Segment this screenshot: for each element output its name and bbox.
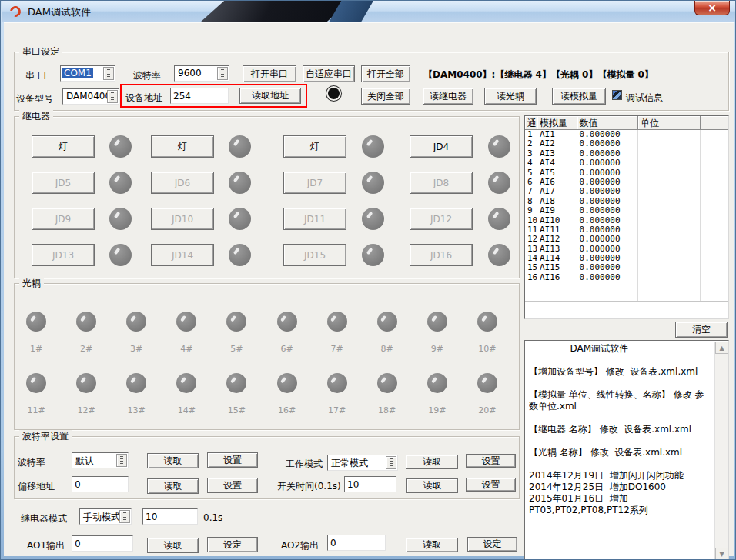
opto-label-6: 6#	[272, 344, 303, 354]
opto-led-12	[76, 373, 96, 393]
analog-cell	[701, 273, 728, 282]
analog-cell: AI6	[537, 178, 577, 187]
baud-setting-combo[interactable]: 默认	[72, 452, 129, 468]
analog-row: 13AI130.000000	[525, 245, 728, 254]
combo-dropdown-icon[interactable]	[386, 456, 396, 469]
opto-label-3: 3#	[121, 344, 152, 354]
ao2-input[interactable]	[327, 535, 386, 551]
opto-label-12: 12#	[71, 405, 102, 415]
analog-row: 12AI120.000000	[525, 235, 728, 244]
opto-led-3	[126, 312, 146, 332]
opto-label-5: 5#	[221, 344, 252, 354]
log-box[interactable]: DAM调试软件 【增加设备型号】 修改 设备表.xml.xml 【模拟量 单位、…	[524, 340, 729, 560]
clear-button[interactable]: 清空	[675, 322, 728, 338]
opto-label-14: 14#	[171, 405, 202, 415]
analog-table-body: 1AI10.0000002AI20.0000003AI30.0000004AI4…	[525, 130, 728, 302]
analog-cell: AI4	[537, 158, 577, 168]
opto-label-10: 10#	[472, 344, 503, 354]
switch-time-set-button[interactable]: 设置	[466, 478, 516, 492]
log-scrollbar[interactable]: ▲ ▼	[714, 342, 728, 560]
analog-cell: 0.000000	[577, 235, 638, 244]
analog-cell: 8	[525, 197, 537, 206]
opto-label-8: 8#	[372, 344, 403, 354]
opto-label-18: 18#	[372, 405, 403, 415]
relay-mode-combo[interactable]: 手动模式	[79, 508, 132, 525]
ao1-read-button[interactable]: 读取	[147, 538, 199, 553]
analog-table[interactable]: 通模拟量数值单位 1AI10.0000002AI20.0000003AI30.0…	[524, 115, 729, 319]
analog-cell: AI14	[537, 254, 577, 263]
baud-setting-value: 默认	[75, 455, 94, 468]
analog-cell: AI10	[537, 216, 577, 225]
analog-row: 6AI60.000000	[525, 178, 728, 187]
analog-cell: AI12	[537, 235, 577, 244]
analog-col-header[interactable]: 模拟量	[537, 116, 577, 130]
analog-cell	[525, 282, 537, 291]
analog-cell	[701, 254, 728, 263]
ao2-set-button[interactable]: 设定	[467, 537, 517, 552]
close-button[interactable]: ×	[694, 1, 730, 15]
analog-cell	[638, 245, 701, 254]
analog-row: 15AI150.000000	[525, 263, 728, 272]
ao1-set-button[interactable]: 设定	[207, 537, 258, 552]
analog-cell	[638, 178, 701, 187]
analog-cell: 7	[525, 187, 537, 196]
baud-set-button[interactable]: 设置	[207, 452, 258, 468]
opto-label-16: 16#	[272, 405, 303, 415]
close-icon: ×	[708, 2, 717, 14]
work-mode-combo[interactable]: 正常模式	[327, 455, 398, 471]
offset-set-button[interactable]: 设置	[207, 478, 258, 493]
relay-mode-value: 手动模式	[83, 511, 120, 524]
analog-cell	[701, 292, 728, 301]
opto-led-19	[427, 373, 447, 393]
analog-row: 7AI70.000000	[525, 187, 728, 196]
relay-mode-time-input[interactable]	[142, 508, 198, 525]
analog-cell: 1	[525, 130, 537, 139]
analog-col-header[interactable]	[701, 116, 728, 130]
opto-led-9	[427, 312, 447, 332]
scroll-down-icon[interactable]: ▼	[715, 548, 728, 560]
combo-dropdown-icon[interactable]	[116, 454, 127, 467]
combo-dropdown-icon[interactable]	[119, 510, 130, 523]
analog-cell	[701, 245, 728, 254]
titlebar[interactable]: DAM调试软件 ×	[2, 1, 736, 22]
analog-col-header[interactable]: 单位	[638, 116, 701, 130]
opto-label-2: 2#	[71, 344, 102, 354]
switch-time-read-button[interactable]: 读取	[406, 478, 458, 493]
opto-led-16	[277, 373, 297, 393]
analog-cell	[701, 149, 728, 158]
analog-row: 4AI40.000000	[525, 158, 728, 168]
analog-cell: AI13	[537, 245, 577, 254]
opto-label-9: 9#	[422, 344, 453, 354]
offset-address-label: 偏移地址	[18, 480, 55, 493]
analog-row: 14AI140.000000	[525, 254, 728, 263]
ao2-read-button[interactable]: 读取	[406, 538, 458, 552]
analog-row: 8AI80.000000	[525, 197, 728, 206]
offset-address-input[interactable]	[72, 476, 129, 492]
analog-cell: 0.000000	[577, 178, 638, 187]
baud-settings-title: 波特率设置	[19, 430, 72, 443]
opto-led-14	[176, 373, 196, 393]
analog-cell: AI9	[537, 206, 577, 215]
analog-cell: 0.000000	[577, 216, 638, 225]
analog-cell	[638, 292, 701, 301]
analog-cell: 0.000000	[577, 273, 638, 282]
scroll-up-icon[interactable]: ▲	[715, 342, 728, 354]
opto-label-1: 1#	[21, 344, 52, 354]
offset-read-button[interactable]: 读取	[147, 478, 199, 494]
analog-col-header[interactable]: 数值	[577, 116, 638, 130]
opto-label-4: 4#	[171, 344, 202, 354]
work-mode-set-button[interactable]: 设置	[466, 454, 516, 468]
switch-time-input[interactable]	[344, 476, 396, 492]
opto-led-13	[126, 373, 146, 393]
analog-cell	[638, 263, 701, 272]
analog-cell	[701, 187, 728, 196]
analog-cell: 0.000000	[577, 245, 638, 254]
analog-row: 9AI90.000000	[525, 206, 728, 215]
analog-cell: 0.000000	[577, 197, 638, 206]
analog-col-header[interactable]: 通	[525, 116, 537, 130]
analog-row: 3AI30.000000	[525, 149, 728, 158]
analog-cell: AI7	[537, 187, 577, 196]
baud-read-button[interactable]: 读取	[147, 453, 199, 468]
work-mode-read-button[interactable]: 读取	[406, 455, 458, 469]
ao1-input[interactable]	[72, 535, 133, 552]
